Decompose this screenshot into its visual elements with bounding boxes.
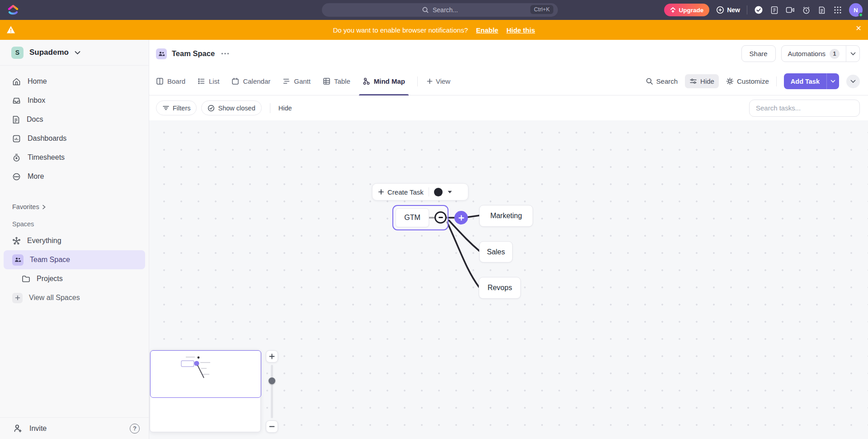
plus-circle-icon <box>716 6 724 14</box>
sidebar-item-more[interactable]: More <box>0 167 149 186</box>
add-task-button[interactable]: Add Task <box>784 73 826 89</box>
automations-caret-button[interactable] <box>846 46 859 62</box>
sidebar-item-team-space[interactable]: Team Space <box>4 250 145 269</box>
mind-map-node-gtm[interactable]: GTM <box>396 208 429 227</box>
mind-map-node-marketing[interactable]: Marketing <box>479 205 533 227</box>
share-button[interactable]: Share <box>741 45 776 62</box>
tab-mind-map[interactable]: Mind Map <box>363 67 405 95</box>
space-icon <box>156 48 167 59</box>
collapse-node-button[interactable] <box>434 211 447 224</box>
sidebar-item-home[interactable]: Home <box>0 72 149 91</box>
favorites-label: Favorites <box>12 203 39 210</box>
automations-button[interactable]: Automations 1 <box>782 46 846 62</box>
tab-list[interactable]: List <box>198 67 219 95</box>
show-closed-button[interactable]: Show closed <box>201 100 261 115</box>
customize-button[interactable]: Customize <box>726 77 769 85</box>
invite-label: Invite <box>29 425 47 433</box>
zoom-in-button[interactable] <box>266 350 278 363</box>
chevron-down-icon <box>448 191 452 194</box>
sidebar-item-timesheets[interactable]: Timesheets <box>0 148 149 167</box>
collapse-toolbar-button[interactable] <box>846 75 860 88</box>
apps-grid-icon[interactable] <box>833 5 842 14</box>
minimap-viewport[interactable] <box>150 350 261 398</box>
zoom-out-button[interactable] <box>266 420 278 433</box>
space-item-label: Team Space <box>30 256 70 264</box>
color-caret-button[interactable] <box>448 191 452 194</box>
record-clip-icon[interactable] <box>786 5 795 14</box>
tab-gantt[interactable]: Gantt <box>283 67 311 95</box>
invite-row[interactable]: Invite ? <box>0 417 149 439</box>
new-label: New <box>727 6 740 14</box>
hide-toolbar-button[interactable]: Hide <box>685 74 719 88</box>
help-icon[interactable]: ? <box>130 424 140 434</box>
zoom-slider-track[interactable] <box>271 365 273 418</box>
everything-icon <box>12 237 21 245</box>
checklist-icon[interactable] <box>770 5 779 14</box>
upgrade-button[interactable]: Upgrade <box>664 4 709 16</box>
filter-bar: Filters Show closed Hide <box>149 95 868 120</box>
online-status-dot <box>859 13 863 17</box>
sidebar: S Supademo Home Inbox Docs Dashboards <box>0 40 149 439</box>
close-icon[interactable]: ✕ <box>856 25 862 32</box>
create-task-button[interactable]: Create Task <box>378 188 424 196</box>
tasks-done-icon[interactable] <box>754 5 763 14</box>
topbar-divider <box>747 5 747 14</box>
team-space-icon <box>12 254 24 266</box>
list-icon <box>198 77 205 85</box>
sidebar-item-label: Inbox <box>28 96 45 105</box>
page-header: Team Space Share Automations 1 <box>149 40 868 67</box>
notepad-icon[interactable] <box>817 5 826 14</box>
sidebar-item-label: Timesheets <box>28 153 65 162</box>
space-item-label: Everything <box>27 237 61 245</box>
zoom-slider-handle[interactable] <box>269 377 275 384</box>
tab-calendar[interactable]: Calendar <box>231 67 270 95</box>
search-tasks-button[interactable]: Search <box>646 77 678 85</box>
enable-notifications-link[interactable]: Enable <box>476 26 498 34</box>
tab-table[interactable]: Table <box>323 67 350 95</box>
views-bar: Board List Calendar Gantt Table Mind Map <box>149 67 868 95</box>
plus-icon <box>378 189 384 195</box>
filters-button[interactable]: Filters <box>156 100 197 115</box>
app-body: S Supademo Home Inbox Docs Dashboards <box>0 40 868 439</box>
node-color-swatch[interactable] <box>434 188 443 196</box>
search-icon <box>422 6 429 14</box>
sidebar-item-everything[interactable]: Everything <box>0 231 149 250</box>
tabs-divider <box>417 76 418 86</box>
page-title: Team Space <box>172 49 215 58</box>
sidebar-item-inbox[interactable]: Inbox <box>0 91 149 110</box>
hide-filters-button[interactable]: Hide <box>278 105 292 112</box>
title-more-icon[interactable] <box>221 52 229 55</box>
sidebar-item-docs[interactable]: Docs <box>0 110 149 129</box>
plus-icon <box>269 353 275 359</box>
search-placeholder: Search... <box>433 6 458 14</box>
add-view-button[interactable]: View <box>427 77 450 85</box>
minimap[interactable] <box>150 350 261 432</box>
mind-map-node-revops[interactable]: Revops <box>479 277 521 299</box>
new-button[interactable]: New <box>716 6 740 14</box>
workspace-avatar: S <box>11 47 24 59</box>
automations-label: Automations <box>788 50 826 57</box>
chevron-down-icon <box>75 51 80 55</box>
clickup-logo-icon[interactable] <box>7 4 19 16</box>
workspace-switcher[interactable]: S Supademo <box>0 40 149 66</box>
search-tasks-input[interactable] <box>749 100 860 117</box>
favorites-section[interactable]: Favorites <box>0 203 149 210</box>
automations-count-badge: 1 <box>830 49 840 59</box>
add-task-caret-button[interactable] <box>826 73 839 89</box>
sidebar-item-dashboards[interactable]: Dashboards <box>0 129 149 148</box>
more-icon <box>12 172 21 181</box>
tab-board[interactable]: Board <box>156 67 185 95</box>
mind-map-canvas[interactable]: Create Task GTM Marketing Sales <box>149 120 868 439</box>
mind-map-node-sales[interactable]: Sales <box>479 241 513 262</box>
filter-divider <box>270 103 270 113</box>
global-search-bar[interactable]: Search... Ctrl+K <box>322 3 558 17</box>
reminders-icon[interactable] <box>802 5 811 14</box>
sidebar-item-projects[interactable]: Projects <box>0 269 149 288</box>
search-icon <box>646 77 653 85</box>
hide-banner-link[interactable]: Hide this <box>506 26 535 34</box>
add-child-node-button[interactable] <box>454 211 468 224</box>
user-avatar[interactable]: N <box>849 3 863 17</box>
automations-group: Automations 1 <box>781 45 860 62</box>
mind-map-icon <box>363 77 370 85</box>
view-all-spaces[interactable]: View all Spaces <box>0 288 149 307</box>
